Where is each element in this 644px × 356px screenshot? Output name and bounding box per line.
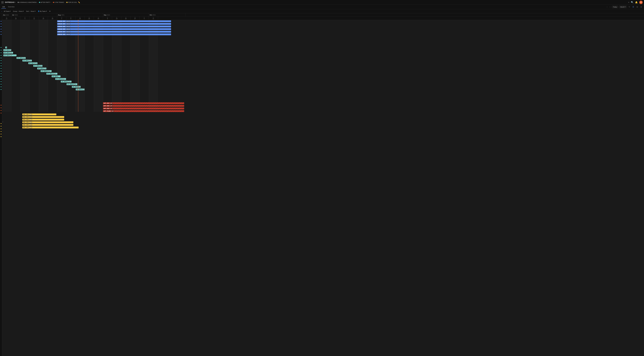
chart-area[interactable]: AREAB - EP3 AREAB AREAB - EP4 AREAB AREA… (2, 20, 644, 356)
row-indicators (0, 20, 2, 356)
month-row: Jun 2021 Jul 2021 Aug 2021 Sep 2021 Oct (2, 13, 644, 17)
bar-opt-ep1[interactable]: OPT - EP1 OPT (103, 102, 184, 104)
bar-opt-ep2[interactable]: OPT - EP2 OPT (103, 105, 184, 107)
row-dot-1 (1, 24, 2, 24)
month-button[interactable]: Month ▾ (619, 6, 627, 8)
project-name-rainha: A RAINHA E A BASTARDA (19, 2, 36, 3)
bar-ap-ep10[interactable]: AP - EP10 AP (40, 70, 52, 72)
bar-areab-ep8[interactable]: AREAB - EP8 AREAB (57, 34, 171, 35)
row-dot-32 (1, 105, 2, 106)
bar-ap-ep14[interactable]: AP - EP14 AP (61, 81, 72, 83)
bar-ap-ep12[interactable]: AP - EP12 (52, 75, 60, 77)
bar-areab-ep6[interactable]: AREAB - EP6 AREAB (57, 28, 171, 30)
row-indicator-12 (0, 51, 2, 54)
row-indicator-25 (0, 86, 2, 88)
bar-ap-ep9[interactable]: AP - EP9 AP (37, 68, 46, 69)
row-indicator-0 (0, 20, 2, 23)
bar-opt-ep3[interactable]: OPT - EP3 OPT (103, 108, 184, 109)
filter-my-tasks[interactable]: 👤 My Tasks ▾ (37, 10, 48, 12)
row-indicator-24 (0, 83, 2, 86)
bar-ap-ep6[interactable]: AP - EP6 AP (22, 60, 32, 62)
bar-opt-filme[interactable]: OPT - FILME OPT (103, 110, 184, 112)
row-dot-17 (1, 65, 2, 66)
bar-ap-ep7[interactable]: AP - EP7 AP (28, 62, 38, 64)
row-indicator-42 (0, 130, 2, 133)
row-dot-14 (1, 58, 2, 58)
filter-sort[interactable]: Sort: ⊙ None ▾ (25, 10, 36, 12)
bar-ap-ep11[interactable]: AP - EP11 AP (46, 73, 58, 75)
expand-arrow[interactable]: » (2, 121, 3, 123)
edit-projects-icon[interactable]: ✏️ (78, 2, 80, 3)
hamburger-menu[interactable] (1, 2, 4, 3)
timeline-scroll-area: Jun 2021 Jul 2021 Aug 2021 Sep 2021 Oct (2, 13, 644, 20)
user-avatar[interactable]: JC (639, 1, 643, 4)
bar-pds-ep1[interactable]: PDS - EP1 PDS (22, 113, 56, 115)
bar-pds-ep5[interactable]: PDS - EP5 PDS (22, 124, 73, 126)
prev-arrow[interactable]: ‹ (606, 6, 608, 8)
bar-ap-ep8[interactable]: AP - EP8 AP (33, 65, 42, 67)
today-button[interactable]: Today (612, 6, 618, 8)
top-right-icons: + 🔍 🔔 JC (628, 1, 643, 4)
row-indicator-34 (0, 109, 2, 112)
row-dot-19 (1, 71, 2, 72)
project-dot-afterparty (39, 2, 40, 3)
add-icon[interactable]: + (628, 1, 629, 4)
bar-ap-ep4[interactable]: AP - EP4 AP (4, 54, 16, 56)
week-5: M 5 (20, 17, 30, 20)
filter-group[interactable]: Group: ⊙ None ▾ (12, 10, 24, 12)
month-jun: Jun 2021 (2, 13, 11, 16)
bar-pds-ep2[interactable]: PDS - EP2 PDS (22, 116, 64, 118)
split-view-icon[interactable]: ⊟ (640, 5, 643, 9)
bar-areab-ep7[interactable]: AREAB - EP7 AREAB (57, 31, 171, 33)
week-sep20: M 20 (121, 17, 130, 20)
bar-ap-ep2[interactable]: AP - EP2 AP (4, 49, 11, 51)
filter-star[interactable]: ★ (48, 10, 51, 12)
gantt-container: Jun 2021 Jul 2021 Aug 2021 Sep 2021 Oct (0, 13, 644, 356)
bar-ap-ep15[interactable]: AP - EP15 AP (66, 83, 77, 85)
list-view-icon[interactable]: ☰ (632, 5, 635, 9)
row-dot-26 (1, 89, 2, 90)
bar-ap-ep13[interactable]: AP - EP13 AP (55, 78, 66, 80)
bar-ap-ep3[interactable]: AP - EP3 AP (4, 52, 13, 54)
row-indicator-40 (0, 125, 2, 127)
bar-pds-ep4[interactable]: PDS - EP4 PDS (22, 121, 73, 123)
col-bg-0 (2, 20, 11, 112)
bar-areab-ep5[interactable]: AREAB - EP5 AREAB (57, 26, 171, 28)
row-dot-35 (1, 113, 2, 113)
title-chevron[interactable]: ▾ (15, 2, 16, 3)
bar-pds-ep3[interactable]: PDS - EP3 PDS (22, 119, 64, 121)
row-dot-20 (1, 73, 2, 74)
tab-overview[interactable]: Overview (7, 5, 16, 9)
notification-icon[interactable]: 🔔 (635, 1, 638, 4)
row-indicator-7 (0, 38, 2, 41)
refresh-icon[interactable]: ↻ (628, 5, 631, 9)
tab-list[interactable]: List (1, 5, 6, 9)
app-title: ENTREGAS ▾ (5, 1, 16, 3)
row-dot-10 (1, 47, 2, 48)
bar-areab-ep3[interactable]: AREAB - EP3 AREAB (57, 20, 171, 22)
filter-all-tasks[interactable]: All Tasks ▾ (3, 10, 12, 12)
row-indicator-44 (0, 135, 2, 138)
search-icon[interactable]: 🔍 (631, 1, 634, 4)
bar-ap-ep17[interactable]: AP - EP17 AP (76, 89, 85, 90)
bar-areab-ep4[interactable]: AREAB - EP4 AREAB (57, 23, 171, 25)
bar-ap-ep1[interactable]: AP (5, 47, 7, 48)
col-bg-2 (20, 20, 30, 112)
grid-view-icon[interactable]: ⊞ (636, 5, 639, 9)
week-aug9: M 9 (66, 17, 76, 20)
timeline-header: Jun 2021 Jul 2021 Aug 2021 Sep 2021 Oct (0, 13, 644, 20)
row-indicator-36 (0, 114, 2, 117)
week-26: M 26 (48, 17, 57, 20)
row-dot-12 (1, 52, 2, 53)
month-oct: Oct 2021 (149, 13, 186, 16)
bar-pds-ep6[interactable]: PDS - EP6 PDS (22, 127, 78, 128)
toolbar-right-icons: ↻ ☰ ⊞ ⊟ (628, 5, 643, 9)
row-indicator-30 (0, 99, 2, 101)
bar-ap-ep5[interactable]: AP - EP5 AP (16, 57, 26, 59)
all-tasks-chevron: ▾ (10, 10, 10, 12)
bar-ap-ep16[interactable]: AP - EP16 AP (72, 86, 81, 88)
week-aug16: M 16 (76, 17, 85, 20)
row-indicator-26 (0, 88, 2, 91)
week-sep13: M 13 (112, 17, 121, 20)
next-arrow[interactable]: › (609, 6, 611, 8)
